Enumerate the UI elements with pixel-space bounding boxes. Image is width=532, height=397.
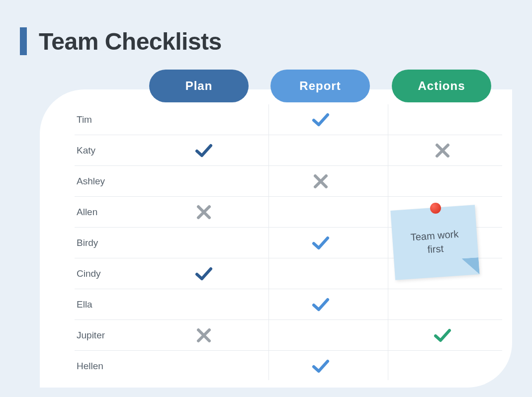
report-cell bbox=[259, 171, 383, 191]
table-row: Ella bbox=[75, 289, 502, 320]
person-name: Birdy bbox=[75, 238, 149, 248]
report-cell bbox=[259, 356, 383, 376]
person-name: Ashley bbox=[75, 176, 149, 187]
report-cell bbox=[259, 110, 383, 130]
table-row: Ashley bbox=[75, 166, 502, 197]
table-row: Jupiter bbox=[75, 320, 502, 351]
person-name: Hellen bbox=[75, 361, 149, 372]
table-row: Katy bbox=[75, 135, 502, 166]
page-title: Team Checklists bbox=[39, 28, 222, 55]
report-cell bbox=[259, 295, 383, 315]
cross-icon bbox=[194, 202, 214, 222]
actions-cell bbox=[383, 325, 502, 345]
table-row: Hellen bbox=[75, 351, 502, 382]
table-row: Tim bbox=[75, 104, 502, 135]
cross-icon bbox=[433, 141, 452, 160]
actions-cell bbox=[383, 141, 502, 160]
check-icon bbox=[433, 325, 452, 345]
sticky-note-body: Team work first bbox=[390, 205, 479, 280]
person-name: Ella bbox=[75, 299, 149, 310]
person-name: Katy bbox=[75, 145, 149, 156]
column-headers: Plan Report Actions bbox=[149, 70, 491, 102]
plan-cell bbox=[149, 202, 259, 222]
plan-header-pill: Plan bbox=[149, 70, 249, 102]
person-name: Allen bbox=[75, 207, 149, 218]
check-icon bbox=[194, 141, 214, 160]
plan-cell bbox=[149, 325, 259, 345]
plan-cell bbox=[149, 264, 259, 284]
cross-icon bbox=[194, 325, 214, 345]
person-name: Jupiter bbox=[75, 330, 149, 341]
cross-icon bbox=[311, 171, 331, 191]
check-icon bbox=[311, 295, 331, 315]
actions-header-pill: Actions bbox=[392, 70, 491, 102]
plan-cell bbox=[149, 141, 259, 160]
title-bar: Team Checklists bbox=[20, 27, 222, 55]
accent-bar bbox=[20, 27, 27, 55]
check-icon bbox=[311, 110, 331, 130]
pin-icon bbox=[430, 203, 441, 214]
check-icon bbox=[311, 356, 331, 376]
report-header-pill: Report bbox=[270, 70, 370, 102]
person-name: Cindy bbox=[75, 268, 149, 279]
check-icon bbox=[194, 264, 214, 284]
sticky-note-text: Team work first bbox=[401, 227, 469, 258]
person-name: Tim bbox=[75, 114, 149, 125]
check-icon bbox=[311, 233, 331, 253]
report-cell bbox=[259, 233, 383, 253]
sticky-note: Team work first bbox=[393, 208, 482, 287]
